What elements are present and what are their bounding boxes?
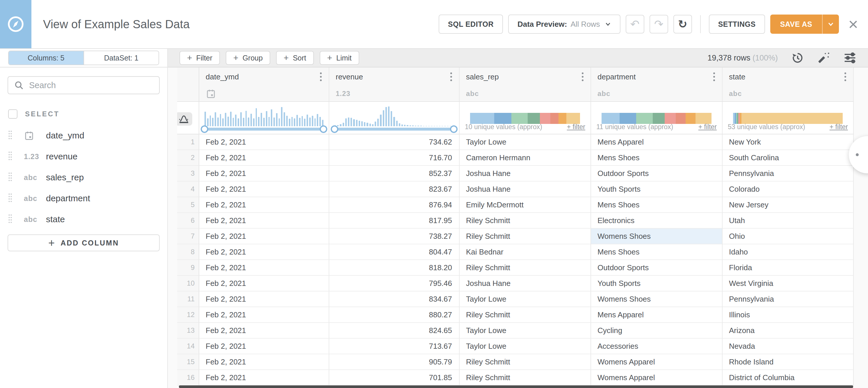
cell-date_ymd[interactable]: Feb 2, 2021	[199, 338, 329, 354]
cell-department[interactable]: Youth Sports	[591, 182, 722, 197]
cell-state[interactable]: Pennsylvania	[722, 166, 854, 182]
sliders-icon[interactable]	[843, 52, 856, 64]
column-menu-button[interactable]	[448, 71, 454, 83]
cell-department[interactable]: Outdoor Sports	[591, 260, 722, 276]
cell-sales_rep[interactable]: Cameron Hermann	[460, 150, 591, 166]
cell-sales_rep[interactable]: Riley Schmitt	[460, 370, 591, 386]
select-all-checkbox[interactable]	[8, 109, 18, 119]
cell-revenue[interactable]: 738.27	[329, 229, 460, 244]
history-icon[interactable]	[791, 52, 804, 64]
cell-state[interactable]: South Carolina	[722, 150, 854, 166]
cell-sales_rep[interactable]: Joshua Hane	[460, 182, 591, 197]
cell-state[interactable]: West Virginia	[722, 276, 854, 291]
cell-state[interactable]: Arizona	[722, 323, 854, 338]
cell-sales_rep[interactable]: Emily McDermott	[460, 197, 591, 213]
add-filter-link[interactable]: + filter	[830, 123, 848, 131]
cell-department[interactable]: Mens Shoes	[591, 244, 722, 260]
cell-state[interactable]: Utah	[722, 213, 854, 229]
cell-revenue[interactable]: 701.85	[329, 370, 460, 386]
cell-revenue[interactable]: 804.47	[329, 244, 460, 260]
cell-state[interactable]: Nevada	[722, 338, 854, 354]
cell-date_ymd[interactable]: Feb 2, 2021	[199, 166, 329, 182]
column-header-sales_rep[interactable]: sales_rep	[460, 67, 591, 86]
cell-state[interactable]: New Jersey	[722, 197, 854, 213]
add-group-button[interactable]: +Group	[226, 51, 270, 65]
sidebar-column-state[interactable]: abcstate	[0, 209, 167, 230]
column-header-date_ymd[interactable]: date_ymd	[199, 67, 329, 86]
cell-revenue[interactable]: 852.37	[329, 166, 460, 182]
cell-state[interactable]: Illinois	[722, 307, 854, 323]
add-filter-button[interactable]: +Filter	[180, 51, 220, 65]
cell-date_ymd[interactable]: Feb 2, 2021	[199, 307, 329, 323]
magic-wand-icon[interactable]	[817, 52, 830, 64]
cell-department[interactable]: Youth Sports	[591, 276, 722, 291]
drag-handle[interactable]	[8, 193, 12, 204]
cell-state[interactable]: Pennsylvania	[722, 291, 854, 307]
sidebar-column-revenue[interactable]: 1.23revenue	[0, 146, 167, 167]
cell-state[interactable]: Rhode Island	[722, 354, 854, 370]
cell-state[interactable]: New York	[722, 134, 854, 150]
drag-handle[interactable]	[8, 172, 12, 183]
profile-toggle-button[interactable]	[177, 112, 192, 126]
sidebar-column-department[interactable]: abcdepartment	[0, 188, 167, 209]
cell-date_ymd[interactable]: Feb 2, 2021	[199, 244, 329, 260]
cell-date_ymd[interactable]: Feb 2, 2021	[199, 291, 329, 307]
cell-department[interactable]: Womens Shoes	[591, 291, 722, 307]
cell-sales_rep[interactable]: Kai Bednar	[460, 244, 591, 260]
app-logo[interactable]	[0, 0, 31, 48]
cell-date_ymd[interactable]: Feb 2, 2021	[199, 354, 329, 370]
cell-sales_rep[interactable]: Riley Schmitt	[460, 307, 591, 323]
cell-date_ymd[interactable]: Feb 2, 2021	[199, 150, 329, 166]
cell-department[interactable]: Womens Shoes	[591, 229, 722, 244]
cell-sales_rep[interactable]: Joshua Hane	[460, 276, 591, 291]
add-limit-button[interactable]: +Limit	[320, 51, 359, 65]
cell-revenue[interactable]: 880.27	[329, 307, 460, 323]
cell-revenue[interactable]: 713.67	[329, 338, 460, 354]
refresh-button[interactable]: ↻	[673, 15, 692, 33]
add-filter-link[interactable]: + filter	[699, 123, 717, 131]
cell-date_ymd[interactable]: Feb 2, 2021	[199, 134, 329, 150]
cell-sales_rep[interactable]: Taylor Lowe	[460, 323, 591, 338]
cell-date_ymd[interactable]: Feb 2, 2021	[199, 229, 329, 244]
column-menu-button[interactable]	[580, 71, 585, 83]
slider-handle-max[interactable]	[450, 125, 458, 133]
cell-sales_rep[interactable]: Taylor Lowe	[460, 338, 591, 354]
undo-button[interactable]: ↶	[626, 15, 644, 33]
search-input[interactable]	[29, 80, 153, 90]
column-menu-button[interactable]	[843, 71, 848, 83]
save-as-button[interactable]: SAVE AS	[770, 14, 822, 34]
cell-state[interactable]: Ohio	[722, 229, 854, 244]
cell-department[interactable]: Electronics	[591, 213, 722, 229]
cell-department[interactable]: Cycling	[591, 323, 722, 338]
add-column-button[interactable]: + ADD COLUMN	[7, 234, 160, 251]
cell-department[interactable]: Outdoor Sports	[591, 166, 722, 182]
cell-state[interactable]: Colorado	[722, 182, 854, 197]
save-as-menu-button[interactable]	[822, 14, 839, 34]
drag-handle[interactable]	[8, 130, 12, 141]
cell-state[interactable]: District of Columbia	[722, 370, 854, 386]
cell-date_ymd[interactable]: Feb 2, 2021	[199, 276, 329, 291]
horizontal-scrollbar[interactable]	[179, 385, 853, 388]
column-header-state[interactable]: state	[722, 67, 854, 86]
cell-revenue[interactable]: 734.62	[329, 134, 460, 150]
sql-editor-button[interactable]: SQL EDITOR	[439, 14, 503, 34]
cell-revenue[interactable]: 876.94	[329, 197, 460, 213]
cell-revenue[interactable]: 823.67	[329, 182, 460, 197]
column-menu-button[interactable]	[712, 71, 717, 83]
slider-handle-min[interactable]	[201, 125, 208, 133]
cell-sales_rep[interactable]: Riley Schmitt	[460, 260, 591, 276]
drag-handle[interactable]	[8, 151, 12, 162]
cell-department[interactable]: Mens Apparel	[591, 134, 722, 150]
column-header-revenue[interactable]: revenue	[329, 67, 460, 86]
add-sort-button[interactable]: +Sort	[276, 51, 314, 65]
cell-sales_rep[interactable]: Taylor Lowe	[460, 291, 591, 307]
cell-sales_rep[interactable]: Taylor Lowe	[460, 134, 591, 150]
sidebar-column-sales_rep[interactable]: abcsales_rep	[0, 167, 167, 188]
cell-state[interactable]: Florida	[722, 260, 854, 276]
cell-department[interactable]: Mens Apparel	[591, 307, 722, 323]
cell-date_ymd[interactable]: Feb 2, 2021	[199, 370, 329, 386]
slider-handle-min[interactable]	[331, 125, 338, 133]
data-preview-dropdown[interactable]: Data Preview: All Rows	[508, 14, 620, 34]
cell-department[interactable]: Mens Shoes	[591, 150, 722, 166]
cell-department[interactable]: Womens Apparel	[591, 354, 722, 370]
